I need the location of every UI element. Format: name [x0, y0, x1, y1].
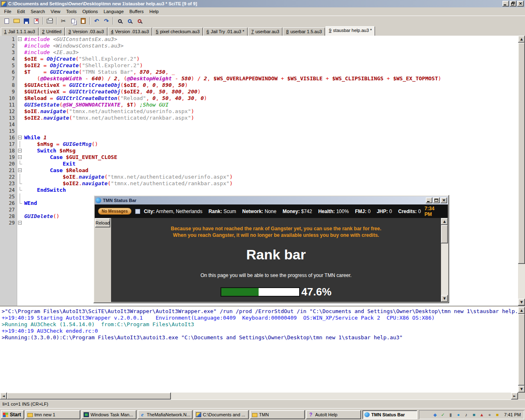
- horizontal-scrollbar[interactable]: ◄ ►: [0, 393, 518, 400]
- output-scroll-down-button[interactable]: ▼: [518, 386, 525, 393]
- fold-margin[interactable]: [17, 180, 23, 187]
- undo-button[interactable]: [92, 16, 101, 25]
- tray-antivirus-icon[interactable]: ■: [494, 412, 500, 418]
- output-vscroll-thumb[interactable]: [518, 314, 525, 386]
- tray-alert-icon[interactable]: ▲: [479, 412, 485, 418]
- copy-button[interactable]: [68, 16, 78, 25]
- fold-toggle-icon[interactable]: −: [18, 136, 22, 139]
- editor-vscroll-thumb[interactable]: [518, 43, 525, 264]
- start-button[interactable]: Start: [1, 410, 24, 419]
- task-button-tmn[interactable]: TMN: [250, 410, 305, 419]
- menu-tools[interactable]: Tools: [63, 8, 80, 15]
- cut-button[interactable]: [59, 16, 68, 25]
- close-file-button[interactable]: [32, 16, 41, 25]
- tmn-title-bar[interactable]: TMN Status Bar ×: [95, 196, 448, 204]
- open-file-button[interactable]: [12, 16, 21, 25]
- tab-6-jail-try-01-au3[interactable]: 6Jail Try .01.au3 *: [203, 27, 248, 36]
- tab-5-pixel-checksum-au3[interactable]: 5pixel checksum.au3: [152, 27, 203, 36]
- find-button[interactable]: [115, 16, 125, 25]
- task-button-c-documents-and[interactable]: C:\Documents and ...: [194, 410, 249, 419]
- menu-buffers[interactable]: Buffers: [127, 8, 147, 15]
- fold-margin[interactable]: −: [17, 134, 23, 141]
- task-button-windows-task-man[interactable]: Windows Task Man...: [82, 410, 136, 419]
- rankbar-vscroll-thumb[interactable]: [441, 225, 448, 243]
- scroll-right-button[interactable]: ►: [511, 393, 518, 400]
- tab-2-untitled[interactable]: 2Untitled: [39, 27, 65, 36]
- minimize-button[interactable]: [502, 1, 509, 7]
- redo-button[interactable]: [102, 16, 111, 25]
- menu-search[interactable]: Search: [28, 8, 48, 15]
- tray-device-icon[interactable]: ●: [486, 412, 493, 418]
- output-scroll-up-button[interactable]: ▲: [518, 307, 525, 314]
- fold-toggle-icon[interactable]: −: [18, 221, 22, 225]
- menu-language[interactable]: Language: [101, 8, 127, 15]
- output-vscrollbar[interactable]: ▲ ▼: [518, 307, 525, 393]
- menu-edit[interactable]: Edit: [14, 8, 28, 15]
- find-next-button[interactable]: [125, 16, 134, 25]
- fold-margin[interactable]: [17, 200, 23, 207]
- fold-toggle-icon[interactable]: −: [18, 149, 22, 152]
- scroll-down-button[interactable]: ▼: [518, 299, 525, 306]
- code-token: navigate: [43, 115, 69, 121]
- menu-file[interactable]: File: [1, 8, 14, 15]
- rankbar-scroll-up-button[interactable]: ▲: [441, 218, 448, 225]
- task-button-tmn-new-1[interactable]: tmn new 1: [25, 410, 80, 419]
- tmn-maximize-button[interactable]: [433, 198, 440, 203]
- tray-volume-icon[interactable]: ♪: [463, 412, 469, 418]
- replace-button[interactable]: [135, 16, 144, 25]
- menu-options[interactable]: Options: [80, 8, 101, 15]
- tmn-close-button[interactable]: ×: [441, 198, 447, 203]
- rankbar-vscrollbar[interactable]: ▲ ▼: [441, 218, 448, 302]
- no-messages-button[interactable]: No Messages: [98, 208, 132, 215]
- fold-toggle-icon[interactable]: −: [18, 168, 22, 172]
- tab-7-userbar-au3[interactable]: 7userbar.au3: [248, 27, 282, 36]
- tab-8-userbar-1-5-au3[interactable]: 8userbar 1.5.au3: [283, 27, 325, 36]
- scroll-up-button[interactable]: ▲: [518, 36, 525, 43]
- task-button-themafianetwork-n[interactable]: TheMafiaNetwork.N...: [138, 410, 193, 419]
- hscroll-thumb[interactable]: [7, 393, 171, 400]
- save-file-button[interactable]: [22, 16, 31, 25]
- tab-9-stausbar-help-au3[interactable]: 9stausbar help.au3 *: [325, 26, 375, 36]
- new-file-button[interactable]: [2, 16, 11, 25]
- task-label: TMN Status Bar: [371, 412, 405, 417]
- editor-vscrollbar[interactable]: ▲ ▼: [518, 36, 525, 306]
- restore-button[interactable]: [510, 1, 516, 7]
- code-token: [384, 75, 387, 82]
- code-token: [323, 75, 326, 82]
- rankbar-scroll-down-button[interactable]: ▼: [441, 295, 448, 302]
- fold-margin[interactable]: −: [17, 167, 23, 174]
- reload-button[interactable]: Reload: [95, 218, 110, 227]
- fold-margin[interactable]: −: [17, 220, 23, 226]
- menu-view[interactable]: View: [48, 8, 64, 15]
- paste-button[interactable]: [78, 16, 88, 25]
- fold-margin[interactable]: [17, 161, 23, 167]
- tray-graph-icon[interactable]: ▮: [448, 412, 454, 418]
- tray-network-icon[interactable]: ■: [471, 412, 477, 418]
- fold-margin[interactable]: [17, 174, 23, 180]
- fold-margin[interactable]: −: [17, 36, 23, 43]
- stat-network: Network: None: [242, 209, 276, 214]
- tmn-minimize-button[interactable]: [426, 198, 432, 203]
- output-pane[interactable]: >"C:\Program Files\AutoIt3\SciTE\AutoIt3…: [0, 307, 518, 393]
- print-button[interactable]: [45, 16, 55, 25]
- tray-update-icon[interactable]: ✓: [440, 412, 446, 418]
- fold-toggle-icon[interactable]: −: [18, 155, 22, 159]
- task-button-autoit-help[interactable]: AutoIt Help: [306, 410, 361, 419]
- fold-margin[interactable]: [17, 141, 23, 148]
- task-button-tmn-status-bar[interactable]: TMN Status Bar: [362, 410, 417, 419]
- tray-display-icon[interactable]: ●: [455, 412, 461, 418]
- close-button[interactable]: ×: [517, 1, 524, 7]
- scroll-left-button[interactable]: ◄: [0, 393, 7, 400]
- code-token: ): [230, 174, 233, 180]
- fold-margin[interactable]: −: [17, 148, 23, 154]
- fold-margin[interactable]: [17, 187, 23, 193]
- menu-help[interactable]: Help: [146, 8, 161, 15]
- fold-margin[interactable]: −: [17, 154, 23, 161]
- tray-launcher-icon[interactable]: ◆: [432, 412, 438, 418]
- tab-1-jail-1-1-1-au3[interactable]: 1Jail 1.1.1.au3: [1, 27, 39, 36]
- tab-3-version-03-au3[interactable]: 3Version .03.au3: [65, 27, 107, 36]
- fold-margin[interactable]: [17, 193, 23, 200]
- tab-4-version-013-au3[interactable]: 4Version .013.au3: [108, 27, 152, 36]
- line-number: 15: [0, 128, 17, 134]
- fold-toggle-icon[interactable]: −: [18, 37, 22, 41]
